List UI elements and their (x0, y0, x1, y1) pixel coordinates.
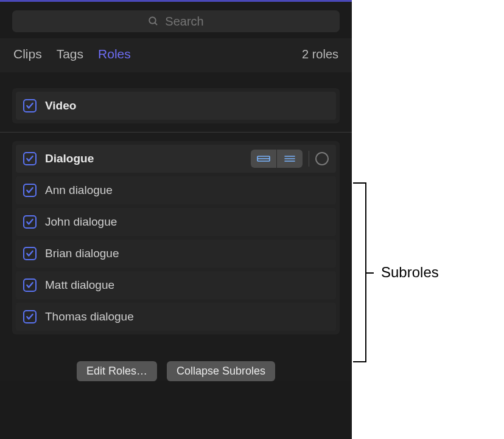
bracket-icon (353, 182, 366, 362)
subrole-label: Brian dialogue (45, 247, 119, 260)
tab-clips[interactable]: Clips (13, 47, 42, 61)
solo-button[interactable] (315, 152, 329, 165)
subrole-checkbox[interactable] (23, 310, 37, 323)
subrole-row[interactable]: Thomas dialogue (16, 303, 336, 331)
search-icon (148, 16, 159, 27)
dialogue-role-header[interactable]: Dialogue (16, 145, 336, 173)
annotation-label: Subroles (381, 264, 439, 281)
footer-buttons: Edit Roles… Collapse Subroles (12, 334, 340, 381)
list-view-button[interactable] (277, 150, 303, 168)
tab-bar: Clips Tags Roles 2 roles (0, 43, 352, 72)
dialogue-checkbox[interactable] (23, 152, 37, 165)
subrole-checkbox[interactable] (23, 247, 37, 260)
video-role-header[interactable]: Video (16, 92, 336, 120)
dialogue-view-controls (251, 150, 329, 168)
subrole-row[interactable]: Brian dialogue (16, 240, 336, 268)
subrole-label: John dialogue (45, 215, 117, 229)
subroles-annotation: Subroles (353, 182, 439, 362)
video-role-label: Video (45, 99, 76, 112)
subrole-label: Thomas dialogue (45, 310, 134, 323)
svg-point-0 (150, 17, 156, 24)
edit-roles-button[interactable]: Edit Roles… (77, 361, 157, 381)
subrole-row[interactable]: John dialogue (16, 208, 336, 236)
controls-divider (309, 151, 309, 167)
subrole-label: Matt dialogue (45, 278, 114, 292)
tab-roles[interactable]: Roles (98, 47, 131, 61)
subrole-checkbox[interactable] (23, 278, 37, 292)
subrole-checkbox[interactable] (23, 215, 37, 229)
roles-count-label: 2 roles (302, 47, 338, 61)
subrole-label: Ann dialogue (45, 184, 113, 197)
dialogue-role-label: Dialogue (45, 152, 94, 165)
video-role-group: Video (12, 88, 340, 123)
group-divider (0, 132, 352, 133)
search-placeholder: Search (165, 15, 203, 29)
roles-panel: Search Clips Tags Roles 2 roles Video (0, 0, 352, 439)
roles-list: Video Dialogue (0, 72, 352, 381)
svg-line-1 (155, 22, 158, 25)
search-field[interactable]: Search (12, 10, 340, 32)
collapse-subroles-button[interactable]: Collapse Subroles (167, 361, 275, 381)
tab-tags[interactable]: Tags (57, 47, 83, 61)
video-checkbox[interactable] (23, 99, 37, 112)
lane-view-button[interactable] (251, 150, 276, 168)
dialogue-role-group: Dialogue Ann dialogue (12, 141, 340, 334)
tabs-background: Clips Tags Roles 2 roles (0, 38, 352, 72)
subrole-row[interactable]: Matt dialogue (16, 271, 336, 299)
subrole-row[interactable]: Ann dialogue (16, 176, 336, 204)
subrole-checkbox[interactable] (23, 184, 37, 197)
